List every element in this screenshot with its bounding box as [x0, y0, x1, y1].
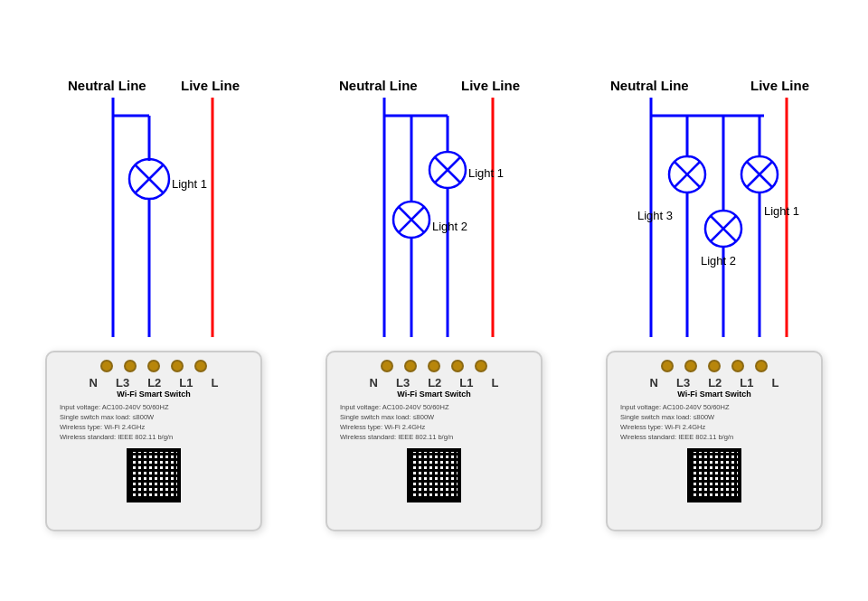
terminal-row-2: [381, 360, 487, 372]
device-title-1: Wi-Fi Smart Switch: [117, 390, 190, 399]
terminal-N-1: [100, 360, 113, 372]
neutral-label-1: Neutral Line: [68, 78, 146, 93]
device-title-2: Wi-Fi Smart Switch: [397, 390, 470, 399]
terminal-N-2: [381, 360, 393, 372]
terminal-L3-3: [684, 360, 697, 372]
light3-label-3: Light 3: [637, 209, 673, 222]
wiring-area-3: Neutral Line Live Line Light 3: [583, 70, 845, 360]
light1-label-1: Light 1: [172, 177, 207, 191]
diagram-1: Neutral Line Live Line Light 1: [23, 70, 285, 531]
terminal-label-L-3: L: [771, 376, 778, 390]
terminal-label-L2-1: L2: [147, 376, 161, 390]
terminal-row-3: [661, 360, 768, 372]
wiring-area-2: Neutral Line Live Line Light 1: [303, 70, 565, 360]
terminal-L-1: [194, 360, 207, 372]
terminal-labels-2: N L3 L2 L1 L: [370, 376, 499, 390]
device-info-3: Input voltage: AC100-240V 50/60HZ Single…: [615, 400, 814, 445]
terminal-L3-1: [124, 360, 137, 372]
wiring-svg-1: Neutral Line Live Line Light 1: [23, 70, 285, 360]
terminal-label-L3-1: L3: [116, 376, 129, 390]
device-title-3: Wi-Fi Smart Switch: [677, 390, 750, 399]
terminal-L-2: [475, 360, 487, 372]
diagram-2: Neutral Line Live Line Light 1: [303, 70, 565, 531]
terminal-L2-2: [428, 360, 440, 372]
terminal-label-N-1: N: [90, 376, 98, 390]
device-info-1: Input voltage: AC100-240V 50/60HZ Single…: [54, 400, 253, 445]
terminal-label-N-3: N: [650, 376, 658, 390]
light1-label-3: Light 1: [764, 204, 799, 218]
terminal-L3-2: [404, 360, 417, 372]
terminal-L1-1: [171, 360, 184, 372]
terminal-label-L3-3: L3: [676, 376, 690, 390]
live-label-1: Live Line: [181, 78, 240, 93]
live-label-3: Live Line: [750, 78, 809, 93]
wiring-area-1: Neutral Line Live Line Light 1: [23, 70, 285, 360]
wiring-svg-3: Neutral Line Live Line Light 3: [583, 70, 845, 360]
terminal-label-L-1: L: [211, 376, 218, 390]
diagram-3: Neutral Line Live Line Light 3: [583, 70, 845, 531]
wiring-svg-2: Neutral Line Live Line Light 1: [303, 70, 565, 360]
terminal-label-L1-1: L1: [179, 376, 193, 390]
terminal-L2-1: [147, 360, 160, 372]
qr-code-2: [407, 448, 461, 502]
light2-label-2: Light 2: [432, 220, 467, 233]
device-box-2: N L3 L2 L1 L Wi-Fi Smart Switch Input vo…: [326, 351, 542, 531]
neutral-label-3: Neutral Line: [610, 78, 689, 93]
terminal-N-3: [661, 360, 674, 372]
device-info-2: Input voltage: AC100-240V 50/60HZ Single…: [335, 400, 533, 445]
qr-code-3: [687, 448, 741, 502]
device-box-1: N L3 L2 L1 L Wi-Fi Smart Switch Input vo…: [45, 351, 262, 531]
terminal-L1-2: [451, 360, 464, 372]
terminal-label-L3-2: L3: [396, 376, 410, 390]
terminal-label-N-2: N: [370, 376, 378, 390]
terminal-label-L1-2: L1: [459, 376, 473, 390]
terminal-label-L1-3: L1: [740, 376, 753, 390]
terminal-label-L2-3: L2: [708, 376, 722, 390]
light1-label-2: Light 1: [468, 166, 504, 180]
terminal-labels-1: N L3 L2 L1 L: [90, 376, 219, 390]
neutral-label-2: Neutral Line: [339, 78, 418, 93]
live-label-2: Live Line: [461, 78, 520, 93]
qr-code-1: [127, 448, 181, 502]
terminal-L2-3: [708, 360, 721, 372]
terminal-label-L2-2: L2: [428, 376, 441, 390]
terminal-L-3: [755, 360, 768, 372]
main-container: Neutral Line Live Line Light 1: [0, 52, 868, 549]
device-box-3: N L3 L2 L1 L Wi-Fi Smart Switch Input vo…: [606, 351, 823, 531]
terminal-label-L-2: L: [491, 376, 498, 390]
terminal-L1-3: [731, 360, 744, 372]
terminal-labels-3: N L3 L2 L1 L: [650, 376, 779, 390]
terminal-row-1: [100, 360, 207, 372]
light2-label-3: Light 2: [701, 254, 736, 268]
